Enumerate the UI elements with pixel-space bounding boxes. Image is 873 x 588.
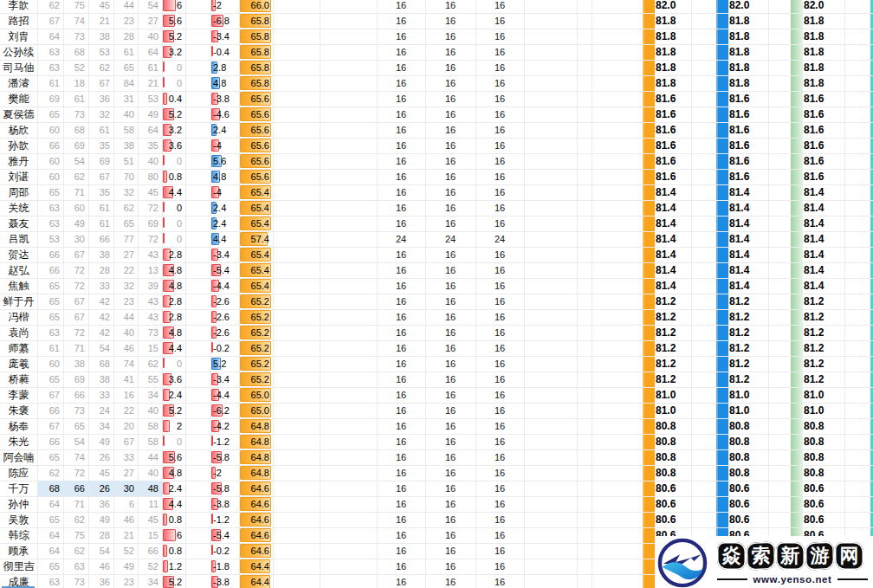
delta1-cell[interactable]: 6 <box>162 0 184 13</box>
stat-cell[interactable]: 74 <box>64 449 89 465</box>
mid-value-cell[interactable]: 16 <box>475 356 524 372</box>
score-value-cell[interactable]: 81.8 <box>804 29 840 44</box>
score-value-cell[interactable]: 80.8 <box>656 465 692 481</box>
delta1-cell[interactable]: 0 <box>162 200 184 216</box>
name-cell[interactable]: 桥蕤 <box>0 372 37 387</box>
avg-cell[interactable]: 65.2 <box>239 356 271 372</box>
score-value-cell[interactable]: 80.6 <box>804 481 840 496</box>
score-value-cell[interactable]: 80.6 <box>729 481 766 496</box>
score-value-cell[interactable]: 81.8 <box>729 75 766 91</box>
stat-cell[interactable]: 51 <box>114 153 139 169</box>
score-value-cell[interactable]: 81.8 <box>656 29 692 44</box>
avg-cell[interactable]: 65.2 <box>239 325 271 340</box>
mid-value-cell[interactable]: 16 <box>475 169 524 184</box>
name-cell[interactable]: 朱褒 <box>0 403 37 418</box>
stat-cell[interactable]: 35 <box>89 138 114 153</box>
mid-value-cell[interactable]: 16 <box>475 262 524 278</box>
delta2-cell[interactable]: -5.8 <box>210 481 238 496</box>
mid-value-cell[interactable]: 16 <box>475 91 524 107</box>
mid-value-cell[interactable]: 16 <box>377 309 425 325</box>
stat-cell[interactable]: 48 <box>139 481 163 496</box>
score-value-cell[interactable]: 81.4 <box>656 216 692 231</box>
stat-cell[interactable]: 34 <box>139 574 163 588</box>
mid-value-cell[interactable]: 16 <box>425 403 475 418</box>
stat-cell[interactable]: 65 <box>38 512 64 527</box>
mid-value-cell[interactable]: 16 <box>425 13 475 29</box>
stat-cell[interactable]: 49 <box>139 107 163 122</box>
stat-cell[interactable]: 45 <box>139 512 163 527</box>
mid-value-cell[interactable]: 16 <box>475 122 524 138</box>
avg-cell[interactable]: 65.4 <box>239 278 271 294</box>
stat-cell[interactable]: 27 <box>114 247 139 262</box>
delta2-cell[interactable]: 4.8 <box>210 75 238 91</box>
delta2-cell[interactable]: -3.4 <box>210 29 238 44</box>
name-cell[interactable]: 樊能 <box>0 91 37 107</box>
mid-value-cell[interactable]: 16 <box>425 418 475 434</box>
delta2-cell[interactable]: -4.6 <box>210 107 238 122</box>
score-value-cell[interactable]: 81.6 <box>804 169 840 184</box>
name-cell[interactable]: 贺达 <box>0 247 37 262</box>
stat-cell[interactable]: 33 <box>114 449 139 465</box>
mid-value-cell[interactable]: 16 <box>475 543 524 559</box>
stat-cell[interactable]: 40 <box>114 325 139 340</box>
avg-cell[interactable]: 64.8 <box>239 449 271 465</box>
delta1-cell[interactable]: 4.8 <box>162 325 184 340</box>
score-value-cell[interactable]: 81.4 <box>804 247 840 262</box>
score-value-cell[interactable]: 81.0 <box>656 387 692 403</box>
score-value-cell[interactable]: 81.2 <box>804 340 840 356</box>
stat-cell[interactable]: 60 <box>38 122 64 138</box>
avg-cell[interactable]: 64.6 <box>239 496 271 512</box>
delta1-cell[interactable]: 0 <box>162 231 184 247</box>
stat-cell[interactable]: 45 <box>89 0 114 13</box>
stat-cell[interactable]: 72 <box>64 278 89 294</box>
mid-value-cell[interactable]: 16 <box>475 372 524 387</box>
mid-value-cell[interactable]: 16 <box>475 481 524 496</box>
score-value-cell[interactable]: 81.2 <box>804 325 840 340</box>
name-cell[interactable]: 关统 <box>0 200 37 216</box>
mid-value-cell[interactable]: 16 <box>475 574 524 588</box>
mid-value-cell[interactable]: 16 <box>425 262 475 278</box>
mid-value-cell[interactable]: 16 <box>377 325 425 340</box>
name-cell[interactable]: 韩综 <box>0 527 37 543</box>
name-cell[interactable]: 雅丹 <box>0 153 37 169</box>
mid-value-cell[interactable]: 16 <box>425 44 475 60</box>
stat-cell[interactable]: 46 <box>89 559 114 574</box>
delta2-cell[interactable]: -2.6 <box>210 294 238 309</box>
stat-cell[interactable]: 65 <box>38 184 64 200</box>
delta2-cell[interactable]: -2 <box>210 0 238 13</box>
name-cell[interactable]: 李歆 <box>0 0 37 13</box>
delta2-cell[interactable]: 2.8 <box>210 60 238 75</box>
mid-value-cell[interactable]: 16 <box>425 449 475 465</box>
delta1-cell[interactable]: 0 <box>162 434 184 449</box>
stat-cell[interactable]: 62 <box>139 356 163 372</box>
score-value-cell[interactable]: 81.8 <box>804 44 840 60</box>
stat-cell[interactable]: 24 <box>89 403 114 418</box>
stat-cell[interactable]: 21 <box>114 527 139 543</box>
delta2-cell[interactable]: -1.2 <box>210 434 238 449</box>
stat-cell[interactable]: 67 <box>89 169 114 184</box>
mid-value-cell[interactable]: 16 <box>475 309 524 325</box>
mid-value-cell[interactable]: 16 <box>425 372 475 387</box>
score-value-cell[interactable]: 80.8 <box>804 434 840 449</box>
avg-cell[interactable]: 64.4 <box>239 574 271 588</box>
score-value-cell[interactable]: 81.8 <box>656 60 692 75</box>
name-cell[interactable]: 公孙续 <box>0 44 37 60</box>
score-value-cell[interactable]: 81.6 <box>729 169 766 184</box>
mid-value-cell[interactable]: 16 <box>377 465 425 481</box>
delta1-cell[interactable]: 0 <box>162 60 184 75</box>
mid-value-cell[interactable]: 16 <box>377 107 425 122</box>
delta2-cell[interactable]: 2.4 <box>210 122 238 138</box>
avg-cell[interactable]: 65.0 <box>239 387 271 403</box>
stat-cell[interactable]: 65 <box>38 107 64 122</box>
name-cell[interactable]: 杨欣 <box>0 122 37 138</box>
score-value-cell[interactable]: 81.6 <box>729 91 766 107</box>
score-value-cell[interactable]: 81.2 <box>656 325 692 340</box>
score-value-cell[interactable]: 81.6 <box>729 107 766 122</box>
delta2-cell[interactable]: 4.4 <box>210 231 238 247</box>
name-cell[interactable]: 杨奉 <box>0 418 37 434</box>
stat-cell[interactable]: 64 <box>38 496 64 512</box>
mid-value-cell[interactable]: 24 <box>475 231 524 247</box>
score-value-cell[interactable]: 80.8 <box>656 418 692 434</box>
name-cell[interactable]: 孙歆 <box>0 138 37 153</box>
score-value-cell[interactable]: 81.6 <box>804 107 840 122</box>
